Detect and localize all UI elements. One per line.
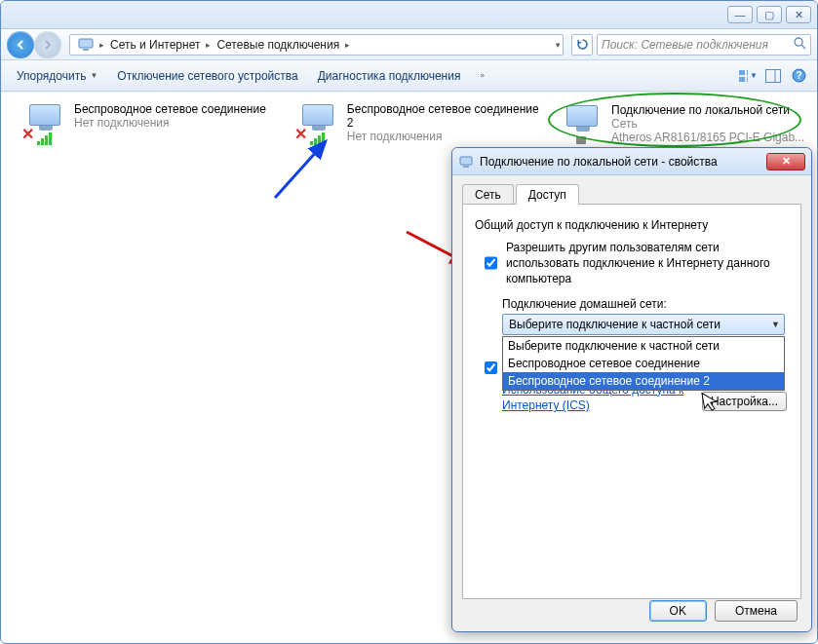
toolbar-overflow[interactable]: »: [472, 67, 491, 84]
svg-rect-6: [739, 77, 745, 82]
breadcrumb[interactable]: ▸ Сеть и Интернет ▸ Сетевые подключения …: [69, 34, 564, 56]
chevron-down-icon: ▼: [771, 320, 780, 329]
svg-rect-1: [83, 49, 89, 51]
titlebar: — ▢ ✕: [1, 1, 817, 29]
close-button[interactable]: ✕: [786, 6, 811, 23]
connection-device: Atheros AR8161/8165 PCI-E Gigab...: [611, 131, 804, 144]
signal-bars-icon: [37, 133, 52, 145]
preview-pane-button[interactable]: [762, 65, 784, 87]
tab-panel-access: Общий доступ к подключению к Интернету Р…: [462, 204, 801, 599]
settings-button[interactable]: Настройка...: [702, 392, 787, 411]
command-toolbar: Упорядочить▼ Отключение сетевого устройс…: [1, 60, 817, 92]
explorer-window: — ▢ ✕ ▸ Сеть и Интернет ▸ Сетевые подклю…: [0, 0, 818, 644]
svg-rect-5: [747, 70, 748, 75]
dialog-buttons: OK Отмена: [649, 600, 798, 622]
connection-status: Сеть: [611, 117, 804, 131]
connection-lan[interactable]: Подключение по локальной сети Сеть Ather…: [556, 100, 809, 147]
home-network-combo[interactable]: Выберите подключение к частной сети ▼: [502, 314, 785, 335]
refresh-icon: [576, 38, 589, 51]
connection-status: Нет подключения: [347, 130, 548, 143]
home-network-label: Подключение домашней сети:: [502, 297, 789, 311]
breadcrumb-dropdown-icon[interactable]: ▾: [556, 40, 561, 50]
help-icon: ?: [792, 68, 806, 83]
network-icon: [458, 154, 474, 170]
ok-button[interactable]: OK: [649, 600, 707, 622]
disable-device-button[interactable]: Отключение сетевого устройства: [109, 65, 305, 87]
monitor-icon: [302, 104, 333, 126]
arrow-left-icon: [15, 39, 26, 51]
breadcrumb-seg-2[interactable]: Сетевые подключения: [211, 38, 345, 52]
combo-value: Выберите подключение к частной сети: [509, 318, 721, 331]
svg-rect-16: [463, 166, 469, 168]
maximize-button[interactable]: ▢: [757, 6, 782, 23]
disconnected-x-icon: ✕: [294, 125, 307, 143]
search-input[interactable]: Поиск: Сетевые подключения: [597, 34, 811, 56]
dialog-close-button[interactable]: ✕: [766, 153, 805, 170]
svg-point-2: [795, 38, 802, 46]
help-button[interactable]: ?: [788, 65, 809, 87]
signal-bars-icon: [310, 133, 325, 145]
connection-name: Подключение по локальной сети: [611, 103, 804, 117]
navigation-bar: ▸ Сеть и Интернет ▸ Сетевые подключения …: [1, 29, 817, 60]
arrow-right-icon: [42, 39, 54, 51]
forward-button[interactable]: [34, 31, 61, 58]
cancel-button[interactable]: Отмена: [715, 600, 798, 622]
allow-sharing-checkbox[interactable]: [485, 242, 497, 284]
view-icon: [738, 69, 748, 83]
allow-sharing-checkbox-row: Разрешить другим пользователям сети испо…: [481, 240, 789, 287]
svg-rect-4: [739, 70, 745, 75]
svg-rect-0: [79, 39, 93, 48]
dialog-titlebar[interactable]: Подключение по локальной сети - свойства…: [452, 148, 811, 175]
back-button[interactable]: [7, 31, 34, 58]
monitor-icon: [566, 105, 598, 127]
ethernet-plug-icon: [570, 136, 592, 146]
monitor-icon: [29, 104, 60, 126]
home-network-dropdown: Выберите подключение к частной сети Бесп…: [502, 336, 785, 391]
view-options-button[interactable]: ▼: [737, 65, 759, 87]
connection-status: Нет подключения: [74, 116, 266, 130]
svg-line-3: [801, 45, 805, 49]
dialog-tabs: Сеть Доступ: [452, 175, 811, 204]
svg-line-12: [275, 141, 326, 198]
computer-icon: [78, 38, 94, 52]
minimize-button[interactable]: —: [727, 6, 753, 23]
second-checkbox-row: [481, 359, 500, 377]
dropdown-option[interactable]: Беспроводное сетевое соединение: [503, 355, 784, 372]
diagnose-button[interactable]: Диагностика подключения: [310, 65, 469, 87]
dropdown-option-selected[interactable]: Беспроводное сетевое соединение 2: [503, 372, 784, 390]
svg-text:?: ?: [796, 70, 801, 81]
dialog-title: Подключение по локальной сети - свойства: [480, 155, 718, 169]
properties-dialog: Подключение по локальной сети - свойства…: [451, 147, 812, 632]
organize-menu[interactable]: Упорядочить▼: [9, 65, 105, 87]
tab-access[interactable]: Доступ: [516, 184, 579, 205]
connection-name: Беспроводное сетевое соединение 2: [347, 102, 548, 130]
search-icon: [794, 37, 806, 53]
svg-rect-7: [747, 77, 748, 82]
search-placeholder: Поиск: Сетевые подключения: [602, 38, 768, 52]
pane-icon: [765, 69, 781, 83]
tab-network[interactable]: Сеть: [462, 184, 514, 205]
ics-group-label: Общий доступ к подключению к Интернету: [475, 218, 789, 232]
svg-rect-15: [460, 157, 472, 165]
allow-sharing-label: Разрешить другим пользователям сети испо…: [506, 240, 789, 287]
allow-control-checkbox[interactable]: [485, 361, 497, 374]
connection-wifi-1[interactable]: ✕ Беспроводное сетевое соединение Нет по…: [21, 102, 275, 143]
disconnected-x-icon: ✕: [21, 125, 34, 143]
refresh-button[interactable]: [571, 34, 593, 56]
dropdown-option[interactable]: Выберите подключение к частной сети: [503, 337, 784, 355]
svg-rect-8: [766, 69, 781, 82]
connection-wifi-2[interactable]: ✕ Беспроводное сетевое соединение 2 Нет …: [294, 102, 548, 143]
breadcrumb-seg-1[interactable]: Сеть и Интернет: [104, 38, 206, 52]
connection-name: Беспроводное сетевое соединение: [74, 102, 266, 116]
